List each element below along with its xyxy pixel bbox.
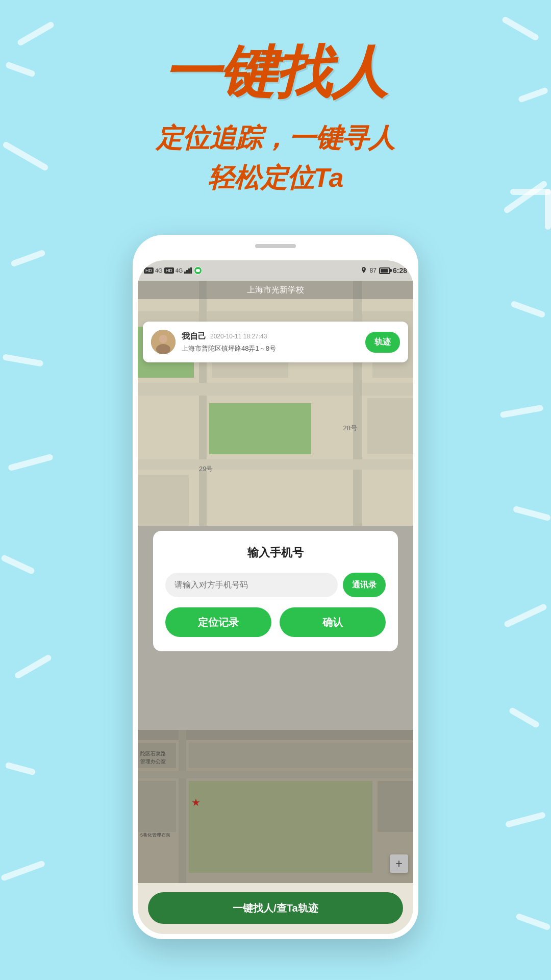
location-timestamp: 2020-10-11 18:27:43 [210, 333, 267, 340]
user-row: 我自己 2020-10-11 18:27:43 [182, 331, 359, 342]
hd-badge2: HD [164, 267, 174, 274]
track-button[interactable]: 轨迹 [365, 332, 400, 353]
hd-badge: HD [144, 267, 154, 274]
svg-rect-0 [184, 272, 186, 274]
dialog-actions: 定位记录 确认 [165, 607, 386, 637]
map-road-4 [353, 281, 362, 526]
main-title: 一键找人 [0, 41, 551, 103]
wechat-icon [194, 266, 202, 275]
contacts-button[interactable]: 通讯录 [343, 573, 386, 597]
map-number-28: 28号 [343, 424, 357, 433]
status-right: 87 6:28 [360, 266, 407, 275]
location-card: 我自己 2020-10-11 18:27:43 上海市普陀区镇坪路48弄1～8号… [143, 322, 408, 362]
phone-notch [255, 244, 296, 248]
map-number-29: 29号 [199, 464, 213, 474]
input-row: 通讯录 [165, 573, 386, 597]
avatar-svg [151, 330, 176, 354]
map-building-3 [367, 398, 413, 454]
find-person-button[interactable]: 一键找人/查Ta轨迹 [148, 892, 403, 924]
svg-rect-3 [190, 267, 192, 274]
map-road-5 [138, 459, 413, 470]
confirm-button[interactable]: 确认 [280, 607, 386, 637]
svg-point-5 [159, 335, 167, 343]
user-name: 我自己 [182, 331, 206, 342]
phone-frame: HD 4G HD 4G 87 [133, 235, 418, 939]
map-building-4 [138, 475, 189, 526]
map-area: 28号 29号 2 上海市光新学校 我自己 [138, 281, 413, 526]
phone-number-input[interactable] [165, 573, 338, 597]
svg-point-6 [156, 344, 170, 354]
title-area: 一键找人 定位追踪，一键寻人 轻松定位Ta [0, 41, 551, 198]
status-bar: HD 4G HD 4G 87 [138, 260, 413, 281]
signal-4g2: 4G [176, 267, 183, 274]
location-address: 上海市普陀区镇坪路48弄1～8号 [182, 344, 359, 353]
signal-4g: 4G [155, 267, 163, 274]
history-button[interactable]: 定位记录 [165, 607, 271, 637]
map-location-bar: 上海市光新学校 [138, 281, 413, 299]
wifi-icon [184, 267, 192, 274]
location-info: 我自己 2020-10-11 18:27:43 上海市普陀区镇坪路48弄1～8号 [182, 331, 359, 353]
time-display: 6:28 [393, 266, 407, 275]
location-name: 上海市光新学校 [247, 285, 304, 296]
battery-level: 87 [370, 267, 377, 274]
user-avatar [151, 330, 176, 354]
location-icon [360, 267, 367, 274]
phone-screen: HD 4G HD 4G 87 [138, 260, 413, 934]
battery-fill [381, 269, 388, 273]
battery-icon [379, 267, 390, 274]
dialog-box: 输入手机号 通讯录 定位记录 确认 [153, 531, 398, 651]
subtitle: 定位追踪，一键寻人 轻松定位Ta [0, 118, 551, 198]
map-road-3 [138, 383, 413, 396]
map-road-2 [199, 281, 207, 526]
status-left: HD 4G HD 4G [144, 266, 202, 275]
dialog-title: 输入手机号 [165, 545, 386, 560]
svg-rect-2 [188, 268, 190, 274]
map-green-2 [209, 403, 311, 454]
svg-rect-1 [186, 270, 188, 274]
